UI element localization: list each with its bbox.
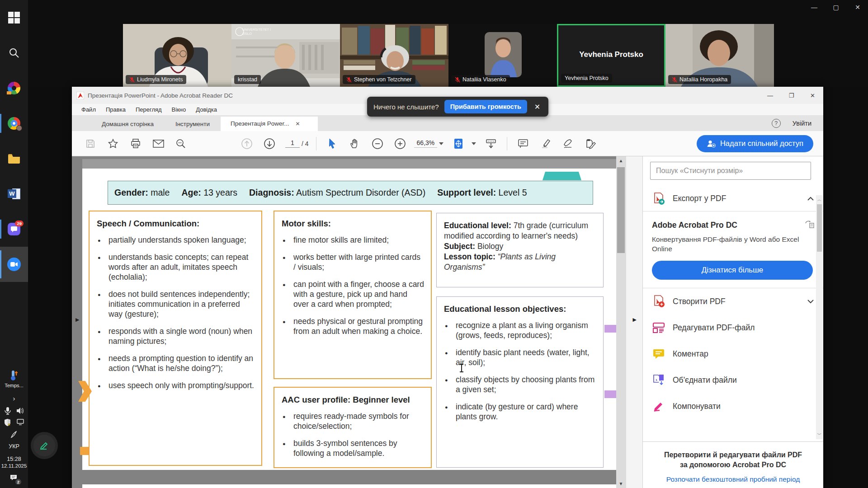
scroll-up-arrow[interactable]: ▲ — [616, 158, 626, 163]
tab-close-icon[interactable]: ✕ — [296, 121, 300, 127]
aac-profile-box: AAC user profile: Beginner level require… — [274, 387, 432, 468]
participant-tile[interactable]: Nataliia Vlasenko — [448, 24, 557, 87]
bullet: needs a prompting question to identify a… — [97, 353, 255, 373]
learn-more-button[interactable]: Дізнатися більше — [652, 261, 813, 280]
close-button[interactable]: ✕ — [802, 87, 823, 104]
sign-in-button[interactable]: Увійти — [793, 120, 811, 127]
tray-expand-chevron[interactable]: › — [13, 394, 15, 402]
word-icon: W — [8, 188, 20, 200]
fit-page-button[interactable] — [453, 138, 464, 150]
edit-pdf-tool[interactable]: Редагувати PDF-файл — [643, 314, 823, 341]
taskbar-viber[interactable]: 29 — [0, 211, 28, 247]
maximize-button[interactable]: ❐ — [781, 87, 802, 104]
fill-sign-tool-button[interactable] — [585, 138, 597, 150]
left-pane-toggle[interactable]: ▶ — [75, 317, 79, 323]
tab-document[interactable]: Презентація Power... ✕ — [221, 117, 318, 131]
increase-volume-button[interactable]: Прибавить громкость — [444, 100, 527, 113]
star-button[interactable] — [107, 138, 119, 150]
find-button[interactable] — [175, 138, 187, 150]
free-trial-link[interactable]: Розпочати безкоштовний пробний період — [666, 475, 800, 483]
document-scrollbar[interactable]: ▲ ▼ — [616, 156, 626, 488]
fit-dropdown-caret[interactable] — [472, 142, 476, 145]
menu-help[interactable]: Довідка — [191, 106, 222, 113]
acrobat-window: Презентація PowerPoint - Adobe Acrobat R… — [72, 87, 823, 488]
bullet: responds with a single word (noun) when … — [97, 326, 255, 346]
tab-home[interactable]: Домашня сторінка — [91, 117, 165, 131]
print-button[interactable] — [130, 138, 142, 150]
email-button[interactable] — [152, 138, 164, 150]
muted-mic-icon — [346, 77, 352, 83]
minimize-button[interactable]: — — [760, 87, 781, 104]
menu-edit[interactable]: Правка — [101, 106, 131, 113]
network-display-icon[interactable] — [16, 418, 25, 426]
zoom-maximize-button[interactable]: ▢ — [832, 4, 840, 11]
taskbar-search-button[interactable] — [0, 35, 28, 70]
zoom-minimize-button[interactable]: — — [810, 4, 818, 11]
create-pdf-tool[interactable]: Створити PDF — [643, 288, 823, 314]
taskbar-app-colorful[interactable] — [0, 70, 28, 106]
comment-tool-button[interactable] — [517, 138, 529, 150]
pen-icon[interactable] — [10, 431, 18, 439]
participant-tile[interactable]: UNIVERSITETET I OSLO krisstad — [231, 24, 340, 87]
comment-tool[interactable]: Коментар — [643, 341, 823, 367]
footer-line2: за допомогою Acrobat Pro DC — [656, 460, 810, 470]
language-indicator[interactable]: УКР — [9, 443, 19, 450]
zoom-in-button[interactable] — [394, 138, 406, 150]
participant-tile[interactable]: Stephen von Tetzchner — [340, 24, 448, 87]
speaker-icon[interactable] — [16, 407, 24, 415]
action-center-button[interactable]: 2 — [9, 474, 19, 483]
right-pane-toggle[interactable]: ▶ — [633, 317, 637, 323]
export-pdf-tool[interactable]: Експорт у PDF — [643, 186, 823, 211]
menu-view[interactable]: Перегляд — [131, 106, 167, 113]
share-document-button[interactable]: Надати спільний доступ — [697, 135, 813, 152]
document-canvas[interactable]: Gender: male Age: 13 years Diagnosis: Au… — [72, 156, 642, 488]
help-button[interactable]: ? — [772, 119, 781, 128]
microphone-icon[interactable] — [4, 407, 11, 415]
participant-tile-active-speaker[interactable]: Yevhenia Protsko Yevhenia Protsko — [557, 24, 665, 87]
scrollbar-thumb[interactable] — [617, 167, 625, 253]
scroll-down-arrow[interactable]: ▼ — [616, 481, 626, 486]
toast-message: Ничего не слышите? — [373, 103, 439, 111]
taskbar-chrome[interactable] — [0, 106, 28, 141]
sidebar-scrollbar[interactable]: ︿ ﹀ — [816, 195, 823, 439]
start-button[interactable] — [0, 0, 28, 35]
menu-file[interactable]: Файл — [76, 106, 101, 113]
tools-search-input[interactable] — [650, 162, 811, 180]
disk-usage-app-icon — [8, 82, 20, 94]
page-number-input[interactable]: 1 — [285, 139, 300, 148]
taskbar-zoom[interactable] — [0, 247, 28, 282]
zoom-dropdown-caret[interactable] — [439, 142, 443, 145]
participant-tile[interactable]: Liudmyla Mironets — [123, 24, 231, 87]
temps-app[interactable]: Temps... — [5, 370, 24, 388]
scrolling-mode-button[interactable] — [485, 138, 497, 150]
zoom-close-button[interactable]: ✕ — [854, 4, 862, 11]
zoom-level-value[interactable]: 66,3% — [414, 139, 438, 148]
previous-page-button[interactable] — [241, 138, 253, 150]
save-button[interactable] — [85, 138, 96, 150]
toast-close-button[interactable]: ✕ — [533, 103, 542, 111]
next-page-button[interactable] — [264, 138, 275, 150]
menu-window[interactable]: Вікно — [167, 106, 191, 113]
defender-shield-icon[interactable] — [4, 418, 11, 427]
taskbar-file-explorer[interactable] — [0, 141, 28, 176]
scroll-down-arrow[interactable]: ﹀ — [816, 432, 823, 438]
bullet: classify objects by choosing plants from… — [444, 375, 597, 394]
compose-tool[interactable]: Компонувати — [643, 393, 823, 419]
participant-tile[interactable]: Nataliia Horopakha — [665, 24, 774, 87]
highlight-tool-button[interactable] — [540, 138, 552, 150]
scrollbar-thumb[interactable] — [817, 204, 822, 252]
select-tool-button[interactable] — [326, 138, 338, 150]
zoom-annotate-button[interactable] — [33, 435, 55, 456]
participant-label: Yevhenia Protsko — [561, 74, 612, 83]
scroll-up-arrow[interactable]: ︿ — [816, 197, 823, 203]
combine-files-tool[interactable]: Об'єднати файли — [643, 367, 823, 393]
hand-tool-button[interactable] — [349, 138, 361, 150]
chevron-down-icon — [807, 299, 814, 304]
clock-time[interactable]: 15:28 — [7, 456, 21, 462]
tab-tools[interactable]: Інструменти — [165, 117, 221, 131]
clock-date[interactable]: 12.11.2025 — [1, 463, 27, 469]
windows-taskbar: W 29 Temps... › УКР 15:28 12.11.2025 — [0, 0, 28, 488]
sign-tool-button[interactable] — [562, 138, 574, 150]
zoom-out-button[interactable] — [372, 138, 383, 150]
taskbar-word[interactable]: W — [0, 176, 28, 211]
